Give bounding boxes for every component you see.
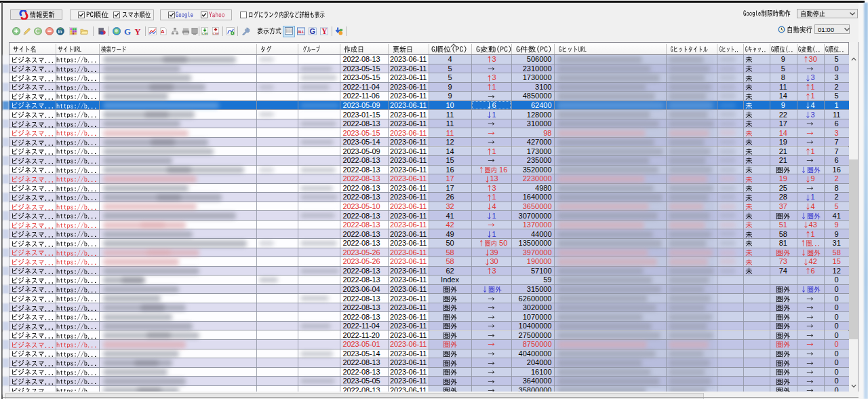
svg-text:CSV: CSV — [201, 32, 208, 35]
svg-text:A: A — [161, 28, 165, 35]
svg-text:ALL: ALL — [297, 29, 304, 34]
svg-text:G: G — [123, 27, 130, 35]
svg-text:Y: Y — [321, 27, 328, 35]
svg-text:G: G — [309, 27, 315, 35]
svg-text:CSV: CSV — [212, 32, 218, 35]
svg-text:Y: Y — [134, 27, 140, 35]
svg-text:in: in — [58, 29, 62, 34]
